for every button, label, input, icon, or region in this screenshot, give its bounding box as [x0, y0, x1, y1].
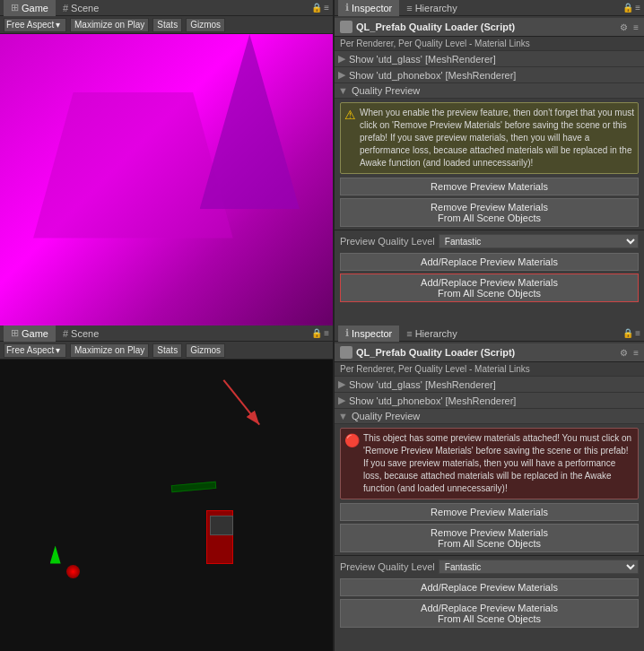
chevron-down-icon: ▾ — [56, 20, 60, 30]
maximize-btn-top[interactable]: Maximize on Play — [70, 18, 149, 32]
add-replace-all-btn-top[interactable]: Add/Replace Preview Materials From All S… — [340, 273, 639, 302]
viewport-bottom — [0, 360, 333, 651]
stats-btn-bottom[interactable]: Stats — [152, 343, 182, 358]
tab-game-bottom[interactable]: ⊞ Game — [4, 326, 56, 342]
settings-icon-bottom[interactable]: ⚙ — [620, 348, 628, 358]
inspector-content-bottom: QL_Prefab Quality Loader (Script) ⚙ ≡ Pe… — [335, 342, 644, 651]
remove-preview-all-btn-bottom[interactable]: Remove Preview Materials From All Scene … — [340, 524, 639, 552]
toolbar-top: Free Aspect ▾ Maximize on Play Stats Giz… — [0, 16, 333, 34]
lock-icon-inspector-bottom[interactable]: 🔒 — [622, 328, 633, 338]
inspector-panel-top: ℹ Inspector ≡ Hierarchy 🔒 ≡ QL_Prefab Qu… — [334, 0, 644, 326]
toolbar-bottom: Free Aspect ▾ Maximize on Play Stats Giz… — [0, 342, 333, 360]
quality-select-bottom[interactable]: Fantastic — [439, 560, 639, 574]
remove-preview-all-btn-top[interactable]: Remove Preview Materials From All Scene … — [340, 198, 639, 227]
remove-preview-btn-top[interactable]: Remove Preview Materials — [340, 178, 639, 195]
quality-select-top[interactable]: Fantastic — [439, 234, 639, 248]
show-glass-section-bottom[interactable]: Show 'utd_glass' [MeshRenderer] — [335, 377, 644, 393]
menu-dots-bottom[interactable]: ≡ — [324, 328, 329, 338]
game-icon-top: ⊞ — [11, 2, 19, 13]
arrow-overlay-bottom — [0, 360, 333, 651]
lock-icon-bottom[interactable]: 🔒 — [311, 328, 322, 338]
hierarchy-icon-top: ≡ — [406, 3, 412, 13]
tab-hierarchy-bottom[interactable]: ≡ Hierarchy — [399, 326, 465, 342]
inspector-tab-bar-top: ℹ Inspector ≡ Hierarchy 🔒 ≡ — [335, 0, 644, 16]
stats-btn-top[interactable]: Stats — [152, 18, 182, 32]
settings-icon-top[interactable]: ⚙ — [620, 22, 628, 32]
add-replace-btn-bottom[interactable]: Add/Replace Preview Materials — [340, 578, 639, 596]
quality-level-row-top: Preview Quality Level Fantastic — [335, 232, 644, 250]
phone-box-object — [206, 510, 233, 564]
gizmos-btn-bottom[interactable]: Gizmos — [186, 343, 225, 358]
component-icon-top — [340, 21, 352, 33]
tab-scene-bottom[interactable]: # Scene — [56, 326, 106, 342]
tab-scene-top[interactable]: # Scene — [56, 0, 106, 16]
divider-top — [335, 230, 644, 230]
arrow-quality-bottom — [338, 411, 348, 421]
lock-icon-top[interactable]: 🔒 — [311, 3, 322, 13]
show-phonebox-section-bottom[interactable]: Show 'utd_phonebox' [MeshRenderer] — [335, 393, 644, 409]
green-sign-object — [171, 482, 217, 492]
aspect-select-top[interactable]: Free Aspect ▾ — [4, 18, 66, 32]
quality-preview-section-top[interactable]: Quality Preview — [335, 83, 644, 99]
viewport-top — [0, 34, 333, 326]
warning-box-top: ⚠ When you enable the preview feature, t… — [340, 102, 639, 174]
menu-component-bottom[interactable]: ≡ — [633, 348, 639, 358]
scene-icon-bottom: # — [63, 328, 68, 339]
inspector-subtitle-top: Per Renderer, Per Quality Level - Materi… — [335, 37, 644, 51]
inspector-subtitle-bottom: Per Renderer, Per Quality Level - Materi… — [335, 362, 644, 377]
show-glass-section-top[interactable]: Show 'utd_glass' [MeshRenderer] — [335, 51, 644, 67]
quality-preview-section-bottom[interactable]: Quality Preview — [335, 409, 644, 424]
tab-game-top[interactable]: ⊞ Game — [4, 0, 56, 16]
component-header-top: QL_Prefab Quality Loader (Script) ⚙ ≡ — [335, 18, 644, 37]
menu-inspector-top[interactable]: ≡ — [635, 3, 640, 13]
arrow-phonebox-bottom — [338, 395, 345, 406]
arrow-glass-bottom — [338, 378, 345, 390]
tab-inspector-bottom[interactable]: ℹ Inspector — [338, 326, 399, 342]
tab-bar-bottom: ⊞ Game # Scene 🔒 ≡ — [0, 326, 333, 342]
game-icon-bottom: ⊞ — [11, 327, 19, 339]
svg-line-1 — [223, 380, 259, 425]
component-header-bottom: QL_Prefab Quality Loader (Script) ⚙ ≡ — [335, 343, 644, 362]
aspect-select-bottom[interactable]: Free Aspect ▾ — [4, 343, 66, 358]
scene-view-bottom — [0, 360, 333, 651]
tab-hierarchy-top[interactable]: ≡ Hierarchy — [399, 0, 465, 16]
error-icon-bottom: 🔴 — [344, 433, 360, 447]
error-box-bottom: 🔴 This object has some preview materials… — [340, 428, 639, 499]
warning-icon-top: ⚠ — [344, 108, 356, 122]
menu-dots-top[interactable]: ≡ — [324, 3, 329, 13]
scene-icon-top: # — [63, 3, 68, 13]
inspector-tab-bar-bottom: ℹ Inspector ≡ Hierarchy 🔒 ≡ — [335, 326, 644, 342]
error-text-bottom: This object has some preview materials a… — [363, 432, 634, 495]
component-name-bottom: QL_Prefab Quality Loader (Script) — [356, 347, 515, 358]
gizmos-btn-top[interactable]: Gizmos — [186, 18, 225, 32]
maximize-btn-bottom[interactable]: Maximize on Play — [70, 343, 149, 358]
arrow-quality-top — [338, 85, 348, 96]
game-panel-top: ⊞ Game # Scene 🔒 ≡ Free Aspect ▾ Maximiz… — [0, 0, 334, 326]
scene-view-top — [0, 34, 333, 326]
quality-label-bottom: Preview Quality Level — [340, 561, 435, 572]
inspector-panel-bottom: ℹ Inspector ≡ Hierarchy 🔒 ≡ QL_Prefab Qu… — [334, 326, 644, 651]
arrow-glass-top — [338, 53, 345, 65]
inspector-icon-bottom: ℹ — [345, 327, 349, 339]
quality-label-top: Preview Quality Level — [340, 236, 435, 247]
red-light-object — [66, 565, 80, 578]
menu-component-top[interactable]: ≡ — [633, 22, 639, 32]
arrow-phonebox-top — [338, 69, 345, 81]
green-triangle-object — [50, 546, 61, 564]
divider-bottom — [335, 555, 644, 556]
component-icon-bottom — [340, 346, 352, 359]
tab-inspector-top[interactable]: ℹ Inspector — [338, 0, 399, 16]
game-panel-bottom: ⊞ Game # Scene 🔒 ≡ Free Aspect ▾ Maximiz… — [0, 326, 334, 651]
show-phonebox-section-top[interactable]: Show 'utd_phonebox' [MeshRenderer] — [335, 67, 644, 83]
remove-preview-btn-bottom[interactable]: Remove Preview Materials — [340, 503, 639, 521]
lock-icon-inspector-top[interactable]: 🔒 — [622, 3, 633, 13]
chevron-down-icon-bottom: ▾ — [56, 345, 60, 355]
quality-level-row-bottom: Preview Quality Level Fantastic — [335, 558, 644, 576]
add-replace-btn-top[interactable]: Add/Replace Preview Materials — [340, 253, 639, 271]
warning-text-top: When you enable the preview feature, the… — [360, 107, 634, 169]
inspector-content-top: QL_Prefab Quality Loader (Script) ⚙ ≡ Pe… — [335, 16, 644, 326]
tab-bar-top: ⊞ Game # Scene 🔒 ≡ — [0, 0, 333, 16]
menu-inspector-bottom[interactable]: ≡ — [635, 328, 640, 338]
component-name-top: QL_Prefab Quality Loader (Script) — [356, 22, 515, 32]
add-replace-all-btn-bottom[interactable]: Add/Replace Preview Materials From All S… — [340, 599, 639, 628]
